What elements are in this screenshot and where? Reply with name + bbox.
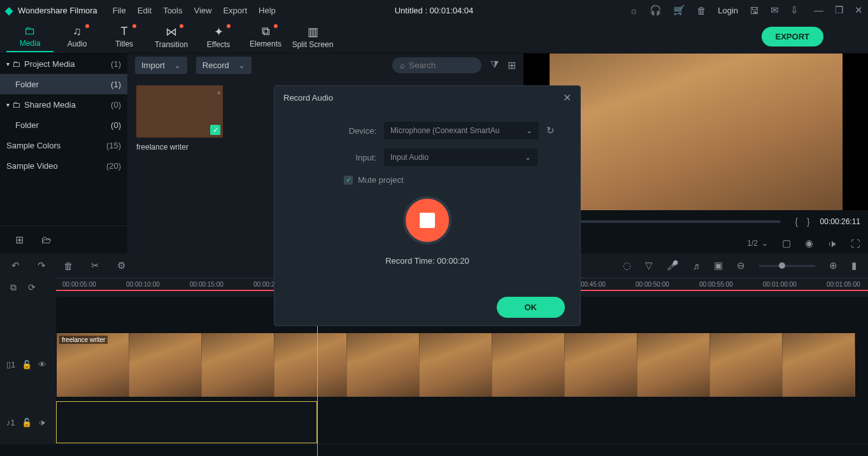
input-select[interactable]: Input Audio — [384, 148, 537, 166]
video-clip[interactable]: freelance writer — [56, 332, 856, 396]
zoom-in-icon[interactable]: ⊕ — [829, 260, 837, 271]
mark-in-icon[interactable]: { — [792, 217, 800, 227]
redo-icon[interactable]: ↷ — [38, 260, 46, 271]
maximize-icon[interactable]: ❐ — [835, 4, 843, 16]
lightbulb-icon[interactable]: ☼ — [629, 5, 638, 16]
music-icon: ♫ — [73, 25, 82, 38]
splitscreen-icon: ▥ — [308, 25, 318, 39]
main-toolbar: 🗀Media ♫Audio TTitles ⋈Transition ✦Effec… — [0, 20, 868, 53]
export-button[interactable]: EXPORT — [762, 27, 823, 46]
tab-audio[interactable]: ♫Audio — [53, 22, 101, 52]
zoom-slider[interactable] — [759, 265, 815, 267]
zoom-out-icon[interactable]: ⊖ — [737, 260, 745, 271]
menu-export[interactable]: Export — [223, 6, 247, 15]
menu-view[interactable]: View — [194, 6, 211, 15]
tree-sample-colors[interactable]: Sample Colors(15) — [0, 135, 127, 155]
eye-icon[interactable]: 👁 — [38, 360, 46, 369]
crop-icon[interactable]: ▣ — [714, 260, 723, 271]
stop-icon — [420, 213, 435, 228]
headphones-icon[interactable]: 🎧 — [650, 4, 662, 16]
dialog-close-icon[interactable]: ✕ — [563, 92, 571, 104]
sparkle-icon: ✦ — [214, 25, 224, 39]
device-select[interactable]: Microphone (Conexant SmartAu — [384, 122, 539, 139]
folder-open-icon[interactable]: 🗁 — [41, 234, 52, 246]
download-icon[interactable]: ⇩ — [790, 4, 799, 16]
mute-label: Mute project — [358, 175, 404, 185]
menu-help[interactable]: Help — [259, 6, 276, 15]
marker-icon[interactable]: ▽ — [645, 260, 653, 271]
cut-icon[interactable]: ✂ — [91, 260, 99, 271]
color-icon[interactable]: ◌ — [623, 260, 631, 271]
audio-track-label: ♪1 — [6, 418, 15, 427]
image-icon: ▫ — [217, 88, 220, 97]
audio-track-body[interactable] — [56, 400, 868, 445]
voiceover-icon[interactable]: 🎤 — [667, 260, 679, 271]
menu-tools[interactable]: Tools — [163, 6, 182, 15]
record-dropdown[interactable]: Record — [196, 57, 252, 74]
device-label: Device: — [300, 126, 376, 136]
delete-icon[interactable]: 🗑 — [64, 260, 73, 271]
app-name: Wondershare Filmora — [18, 6, 97, 15]
tree-project-media[interactable]: 🗀Project Media(1) — [0, 53, 127, 74]
folder-icon: 🗀 — [12, 100, 20, 110]
chain-icon[interactable]: ⟳ — [28, 282, 36, 292]
tab-media[interactable]: 🗀Media — [6, 22, 53, 52]
search-input[interactable]: ⌕ — [392, 57, 481, 73]
text-icon: T — [121, 25, 128, 38]
audio-clip[interactable] — [56, 401, 317, 443]
tab-effects[interactable]: ✦Effects — [195, 22, 242, 52]
cart-icon[interactable]: 🛒 — [673, 4, 685, 16]
video-track-header[interactable]: ▯1 🔓 👁 — [0, 329, 56, 400]
zoom-fit-icon[interactable]: ▮ — [851, 260, 857, 271]
tree-folder-selected[interactable]: Folder(1) — [0, 74, 127, 94]
tab-transition[interactable]: ⋈Transition — [148, 22, 195, 52]
lock-icon[interactable]: 🔓 — [22, 360, 32, 369]
menu-file[interactable]: File — [113, 6, 126, 15]
adjust-icon[interactable]: ⚙ — [117, 260, 125, 271]
new-folder-icon[interactable]: ⊞ — [15, 234, 24, 246]
tree-shared-media[interactable]: 🗀Shared Media(0) — [0, 94, 127, 115]
media-thumbnail[interactable]: ▫✓ freelance writer — [136, 85, 223, 152]
snapshot-icon[interactable]: ◉ — [805, 238, 813, 249]
audio-mix-icon[interactable]: ♬ — [693, 260, 700, 271]
tree-sample-video[interactable]: Sample Video(20) — [0, 155, 127, 176]
tab-elements[interactable]: ⧉Elements — [242, 22, 289, 52]
menu-edit[interactable]: Edit — [138, 6, 152, 15]
timecode: 00:00:26:11 — [820, 217, 860, 226]
mark-out-icon[interactable]: } — [804, 217, 813, 227]
record-stop-button[interactable] — [403, 196, 452, 245]
login-button[interactable]: Login — [718, 6, 738, 15]
tree-shared-folder[interactable]: Folder(0) — [0, 115, 127, 135]
document-title: Untitled : 00:01:04:04 — [395, 6, 474, 15]
grid-view-icon[interactable]: ⊞ — [508, 59, 516, 71]
volume-icon[interactable]: 🕩 — [827, 238, 837, 249]
mute-checkbox[interactable]: ✓ — [344, 176, 353, 185]
filter-icon[interactable]: ⧩ — [490, 59, 499, 71]
display-icon[interactable]: ▢ — [782, 238, 791, 249]
link-icon[interactable]: ⧉ — [10, 282, 17, 293]
lock-icon[interactable]: 🔓 — [22, 418, 32, 427]
app-logo-icon: ◆ — [5, 4, 13, 17]
fullscreen-icon[interactable]: ⛶ — [851, 238, 860, 249]
zoom-select[interactable]: 1/2⌄ — [747, 239, 768, 248]
undo-icon[interactable]: ↶ — [11, 260, 20, 271]
reload-icon[interactable]: ↻ — [546, 125, 555, 136]
tab-titles[interactable]: TTitles — [101, 22, 148, 52]
mail-icon[interactable]: ✉ — [771, 4, 779, 16]
media-item-name: freelance writer — [136, 143, 223, 152]
save-icon[interactable]: 🖫 — [750, 5, 759, 16]
audio-track-header[interactable]: ♪1 🔓 🕩 — [0, 400, 56, 445]
video-track-body[interactable]: freelance writer — [56, 329, 868, 400]
speaker-icon[interactable]: 🕩 — [38, 418, 46, 427]
clip-label: freelance writer — [59, 336, 108, 344]
tab-split-screen[interactable]: ▥Split Screen — [289, 22, 336, 52]
gift-icon[interactable]: 🗑 — [697, 5, 706, 16]
elements-icon: ⧉ — [262, 25, 270, 38]
title-bar: ◆ Wondershare Filmora File Edit Tools Vi… — [0, 0, 868, 20]
ok-button[interactable]: OK — [497, 297, 566, 318]
minimize-icon[interactable]: — — [814, 4, 823, 16]
media-tree: 🗀Project Media(1) Folder(1) 🗀Shared Medi… — [0, 53, 127, 253]
import-dropdown[interactable]: Import — [135, 57, 187, 74]
close-icon[interactable]: ✕ — [855, 4, 863, 16]
video-track-label: ▯1 — [6, 360, 15, 369]
